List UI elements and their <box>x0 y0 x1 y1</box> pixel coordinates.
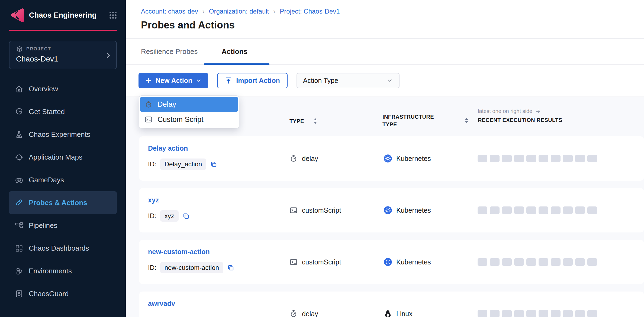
action-name-link[interactable]: awrvadv <box>148 300 175 308</box>
copy-icon[interactable] <box>227 264 234 271</box>
action-name-link[interactable]: Delay action <box>148 144 188 152</box>
action-name-link[interactable]: xyz <box>148 196 159 204</box>
sidebar-item-application-maps[interactable]: Application Maps <box>9 146 117 169</box>
infrastructure-cell: Linux <box>384 292 413 317</box>
table-row: xyz ID: xyz customScript Kubernetes <box>139 188 644 232</box>
infrastructure-value: Kubernetes <box>396 258 431 266</box>
breadcrumb-separator: › <box>273 8 275 15</box>
sort-icon[interactable] <box>313 118 317 124</box>
execution-result-placeholder <box>587 258 597 266</box>
type-value: delay <box>302 155 318 163</box>
type-value: delay <box>302 310 318 317</box>
type-value: customScript <box>302 206 341 214</box>
execution-result-placeholder <box>526 258 536 266</box>
sidebar-item-overview[interactable]: Overview <box>9 77 117 100</box>
terminal-icon <box>289 258 298 266</box>
action-id: ID: xyz <box>148 210 190 222</box>
execution-result-placeholder <box>514 206 524 214</box>
project-name: Chaos-Dev1 <box>16 55 111 63</box>
app-switcher-grid-icon[interactable] <box>108 11 118 20</box>
sidebar-item-probes-actions[interactable]: Probes & Actions <box>9 191 117 214</box>
project-label: PROJECT <box>26 46 51 52</box>
import-action-button[interactable]: Import Action <box>217 73 288 88</box>
execution-result-placeholder <box>587 310 597 317</box>
execution-result-placeholder <box>478 258 487 266</box>
stopwatch-icon <box>289 154 298 163</box>
page-header: Account: chaos-dev › Organization: defau… <box>126 0 644 31</box>
recent-execution-results-cell <box>478 310 597 317</box>
action-type-select[interactable]: Action Type <box>297 73 400 88</box>
execution-result-placeholder <box>539 310 548 317</box>
flask-icon <box>15 130 23 139</box>
sidebar-item-chaos-dashboards[interactable]: Chaos Dashboards <box>9 237 117 260</box>
page-title: Probes and Actions <box>141 20 644 31</box>
sidebar-item-label: Chaos Experiments <box>29 130 90 139</box>
sidebar-item-gamedays[interactable]: GameDays <box>9 169 117 191</box>
sidebar-item-chaos-experiments[interactable]: Chaos Experiments <box>9 123 117 146</box>
breadcrumb-project-link[interactable]: Project: Chaos-Dev1 <box>280 8 340 15</box>
action-id: ID: Delay_action <box>148 158 217 170</box>
column-header-type: TYPE <box>289 118 304 124</box>
type-cell: delay <box>289 136 318 181</box>
menu-item-label: Delay <box>157 100 176 109</box>
execution-result-placeholder <box>551 206 561 214</box>
menu-item-custom-script[interactable]: Custom Script <box>140 112 238 127</box>
type-value: customScript <box>302 258 341 266</box>
execution-result-placeholder <box>514 155 524 162</box>
execution-result-placeholder <box>526 155 536 162</box>
breadcrumb-org-link[interactable]: Organization: default <box>209 8 269 15</box>
linux-icon <box>384 309 392 317</box>
copy-icon[interactable] <box>210 161 217 168</box>
execution-result-placeholder <box>526 206 536 214</box>
sidebar-item-environments[interactable]: Environments <box>9 260 117 282</box>
breadcrumb: Account: chaos-dev › Organization: defau… <box>141 8 644 15</box>
execution-result-placeholder <box>490 206 500 214</box>
execution-result-placeholder <box>490 155 500 162</box>
terminal-icon <box>289 206 298 214</box>
breadcrumb-account-link[interactable]: Account: chaos-dev <box>141 8 198 15</box>
chaos-engineering-logo-icon <box>9 7 25 23</box>
id-value: Delay_action <box>160 158 207 170</box>
execution-result-placeholder <box>478 155 487 162</box>
stopwatch-icon <box>289 310 298 317</box>
execution-result-placeholder <box>551 155 561 162</box>
sidebar-item-label: Environments <box>29 267 72 275</box>
execution-result-placeholder <box>563 258 573 266</box>
breadcrumb-separator: › <box>202 8 205 15</box>
id-label: ID: <box>148 264 156 271</box>
menu-item-delay[interactable]: Delay <box>140 97 238 112</box>
copy-icon[interactable] <box>182 212 190 220</box>
execution-result-placeholder <box>575 310 585 317</box>
execution-result-placeholder <box>502 206 512 214</box>
execution-result-placeholder <box>551 310 561 317</box>
sidebar: Chaos Engineering PROJECT Chaos-Dev1 Ove… <box>0 0 126 317</box>
sidebar-item-pipelines[interactable]: Pipelines <box>9 214 117 237</box>
execution-result-placeholder <box>575 258 585 266</box>
target-icon <box>15 153 23 161</box>
sort-icon[interactable] <box>465 117 469 124</box>
sidebar-item-chaosguard[interactable]: ChaosGuard <box>9 282 117 305</box>
type-cell: delay <box>289 292 318 317</box>
get-started-icon <box>15 108 23 116</box>
id-value: new-custom-action <box>160 262 223 273</box>
recent-execution-results-cell <box>478 155 597 162</box>
execution-result-placeholder <box>478 310 487 317</box>
id-label: ID: <box>148 160 156 168</box>
execution-result-placeholder <box>563 155 573 162</box>
home-icon <box>15 85 23 93</box>
sidebar-nav: OverviewGet StartedChaos ExperimentsAppl… <box>0 77 126 305</box>
project-selector[interactable]: PROJECT Chaos-Dev1 <box>9 41 117 69</box>
new-action-button[interactable]: New Action <box>139 73 208 88</box>
tab-actions[interactable]: Actions <box>222 47 247 56</box>
main-content: Account: chaos-dev › Organization: defau… <box>126 0 644 317</box>
sidebar-item-get-started[interactable]: Get Started <box>9 100 117 123</box>
sidebar-item-label: Overview <box>29 85 58 93</box>
sidebar-item-label: Application Maps <box>29 153 82 161</box>
terminal-icon <box>144 115 153 124</box>
tab-resilience-probes[interactable]: Resilience Probes <box>141 47 198 56</box>
action-name-link[interactable]: new-custom-action <box>148 248 210 256</box>
column-header-infrastructure-type: INFRASTRUCTURE TYPE <box>382 113 445 128</box>
execution-result-placeholder <box>502 155 512 162</box>
lock-icon <box>15 290 23 298</box>
column-header-recent-execution-results: RECENT EXECUTION RESULTS <box>478 117 562 123</box>
